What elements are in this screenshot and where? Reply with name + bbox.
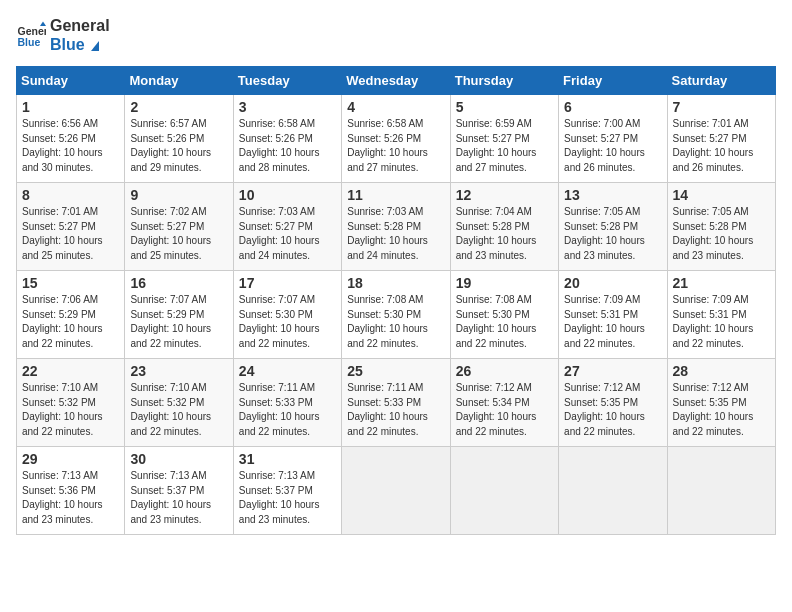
day-info: Sunrise: 7:11 AMSunset: 5:33 PMDaylight:…	[347, 381, 444, 439]
day-header-wednesday: Wednesday	[342, 67, 450, 95]
calendar-cell: 11Sunrise: 7:03 AMSunset: 5:28 PMDayligh…	[342, 183, 450, 271]
day-info: Sunrise: 7:02 AMSunset: 5:27 PMDaylight:…	[130, 205, 227, 263]
calendar-cell: 21Sunrise: 7:09 AMSunset: 5:31 PMDayligh…	[667, 271, 775, 359]
logo-icon: General Blue	[16, 20, 46, 50]
day-info: Sunrise: 6:59 AMSunset: 5:27 PMDaylight:…	[456, 117, 553, 175]
day-number: 27	[564, 363, 661, 379]
calendar-cell	[450, 447, 558, 535]
day-number: 22	[22, 363, 119, 379]
day-info: Sunrise: 6:56 AMSunset: 5:26 PMDaylight:…	[22, 117, 119, 175]
day-info: Sunrise: 7:08 AMSunset: 5:30 PMDaylight:…	[456, 293, 553, 351]
day-info: Sunrise: 7:07 AMSunset: 5:29 PMDaylight:…	[130, 293, 227, 351]
day-number: 1	[22, 99, 119, 115]
day-number: 4	[347, 99, 444, 115]
day-number: 24	[239, 363, 336, 379]
calendar-cell: 22Sunrise: 7:10 AMSunset: 5:32 PMDayligh…	[17, 359, 125, 447]
day-number: 8	[22, 187, 119, 203]
day-info: Sunrise: 7:09 AMSunset: 5:31 PMDaylight:…	[673, 293, 770, 351]
day-number: 19	[456, 275, 553, 291]
day-header-sunday: Sunday	[17, 67, 125, 95]
day-number: 30	[130, 451, 227, 467]
day-info: Sunrise: 7:11 AMSunset: 5:33 PMDaylight:…	[239, 381, 336, 439]
day-info: Sunrise: 6:58 AMSunset: 5:26 PMDaylight:…	[239, 117, 336, 175]
day-info: Sunrise: 7:00 AMSunset: 5:27 PMDaylight:…	[564, 117, 661, 175]
week-row-5: 29Sunrise: 7:13 AMSunset: 5:36 PMDayligh…	[17, 447, 776, 535]
calendar-cell: 26Sunrise: 7:12 AMSunset: 5:34 PMDayligh…	[450, 359, 558, 447]
logo-blue: Blue	[50, 35, 110, 54]
week-row-4: 22Sunrise: 7:10 AMSunset: 5:32 PMDayligh…	[17, 359, 776, 447]
day-info: Sunrise: 7:10 AMSunset: 5:32 PMDaylight:…	[130, 381, 227, 439]
svg-marker-2	[40, 22, 46, 27]
calendar-cell: 16Sunrise: 7:07 AMSunset: 5:29 PMDayligh…	[125, 271, 233, 359]
day-header-saturday: Saturday	[667, 67, 775, 95]
calendar-cell: 30Sunrise: 7:13 AMSunset: 5:37 PMDayligh…	[125, 447, 233, 535]
calendar-cell: 25Sunrise: 7:11 AMSunset: 5:33 PMDayligh…	[342, 359, 450, 447]
logo-general: General	[50, 16, 110, 35]
day-number: 16	[130, 275, 227, 291]
day-number: 12	[456, 187, 553, 203]
day-info: Sunrise: 7:03 AMSunset: 5:28 PMDaylight:…	[347, 205, 444, 263]
calendar-cell: 24Sunrise: 7:11 AMSunset: 5:33 PMDayligh…	[233, 359, 341, 447]
week-row-3: 15Sunrise: 7:06 AMSunset: 5:29 PMDayligh…	[17, 271, 776, 359]
calendar-cell: 19Sunrise: 7:08 AMSunset: 5:30 PMDayligh…	[450, 271, 558, 359]
day-info: Sunrise: 7:13 AMSunset: 5:36 PMDaylight:…	[22, 469, 119, 527]
calendar-cell: 1Sunrise: 6:56 AMSunset: 5:26 PMDaylight…	[17, 95, 125, 183]
page-header: General Blue General Blue	[16, 16, 776, 54]
day-number: 14	[673, 187, 770, 203]
day-number: 5	[456, 99, 553, 115]
day-number: 18	[347, 275, 444, 291]
day-number: 23	[130, 363, 227, 379]
day-number: 2	[130, 99, 227, 115]
calendar-cell: 28Sunrise: 7:12 AMSunset: 5:35 PMDayligh…	[667, 359, 775, 447]
day-number: 13	[564, 187, 661, 203]
calendar-cell: 23Sunrise: 7:10 AMSunset: 5:32 PMDayligh…	[125, 359, 233, 447]
calendar-cell: 6Sunrise: 7:00 AMSunset: 5:27 PMDaylight…	[559, 95, 667, 183]
day-info: Sunrise: 7:12 AMSunset: 5:35 PMDaylight:…	[564, 381, 661, 439]
day-info: Sunrise: 7:06 AMSunset: 5:29 PMDaylight:…	[22, 293, 119, 351]
calendar-cell: 20Sunrise: 7:09 AMSunset: 5:31 PMDayligh…	[559, 271, 667, 359]
day-number: 28	[673, 363, 770, 379]
day-number: 9	[130, 187, 227, 203]
calendar-cell	[559, 447, 667, 535]
calendar-cell: 9Sunrise: 7:02 AMSunset: 5:27 PMDaylight…	[125, 183, 233, 271]
calendar-cell	[342, 447, 450, 535]
svg-text:Blue: Blue	[18, 36, 41, 48]
day-number: 15	[22, 275, 119, 291]
calendar-cell: 10Sunrise: 7:03 AMSunset: 5:27 PMDayligh…	[233, 183, 341, 271]
day-info: Sunrise: 7:09 AMSunset: 5:31 PMDaylight:…	[564, 293, 661, 351]
day-info: Sunrise: 7:07 AMSunset: 5:30 PMDaylight:…	[239, 293, 336, 351]
logo: General Blue General Blue	[16, 16, 110, 54]
day-number: 11	[347, 187, 444, 203]
header-row: SundayMondayTuesdayWednesdayThursdayFrid…	[17, 67, 776, 95]
week-row-1: 1Sunrise: 6:56 AMSunset: 5:26 PMDaylight…	[17, 95, 776, 183]
calendar-cell: 29Sunrise: 7:13 AMSunset: 5:36 PMDayligh…	[17, 447, 125, 535]
calendar-cell: 2Sunrise: 6:57 AMSunset: 5:26 PMDaylight…	[125, 95, 233, 183]
calendar-cell: 4Sunrise: 6:58 AMSunset: 5:26 PMDaylight…	[342, 95, 450, 183]
day-header-tuesday: Tuesday	[233, 67, 341, 95]
day-info: Sunrise: 7:13 AMSunset: 5:37 PMDaylight:…	[130, 469, 227, 527]
day-info: Sunrise: 7:12 AMSunset: 5:35 PMDaylight:…	[673, 381, 770, 439]
day-header-thursday: Thursday	[450, 67, 558, 95]
day-info: Sunrise: 7:13 AMSunset: 5:37 PMDaylight:…	[239, 469, 336, 527]
day-number: 20	[564, 275, 661, 291]
day-number: 31	[239, 451, 336, 467]
calendar-cell: 15Sunrise: 7:06 AMSunset: 5:29 PMDayligh…	[17, 271, 125, 359]
calendar-cell: 12Sunrise: 7:04 AMSunset: 5:28 PMDayligh…	[450, 183, 558, 271]
day-number: 6	[564, 99, 661, 115]
day-info: Sunrise: 7:03 AMSunset: 5:27 PMDaylight:…	[239, 205, 336, 263]
calendar-cell: 17Sunrise: 7:07 AMSunset: 5:30 PMDayligh…	[233, 271, 341, 359]
calendar-cell: 14Sunrise: 7:05 AMSunset: 5:28 PMDayligh…	[667, 183, 775, 271]
calendar-cell: 5Sunrise: 6:59 AMSunset: 5:27 PMDaylight…	[450, 95, 558, 183]
calendar-cell: 13Sunrise: 7:05 AMSunset: 5:28 PMDayligh…	[559, 183, 667, 271]
day-info: Sunrise: 7:12 AMSunset: 5:34 PMDaylight:…	[456, 381, 553, 439]
calendar-cell: 18Sunrise: 7:08 AMSunset: 5:30 PMDayligh…	[342, 271, 450, 359]
day-info: Sunrise: 7:05 AMSunset: 5:28 PMDaylight:…	[564, 205, 661, 263]
day-number: 10	[239, 187, 336, 203]
calendar-cell: 3Sunrise: 6:58 AMSunset: 5:26 PMDaylight…	[233, 95, 341, 183]
calendar-cell: 7Sunrise: 7:01 AMSunset: 5:27 PMDaylight…	[667, 95, 775, 183]
day-info: Sunrise: 7:05 AMSunset: 5:28 PMDaylight:…	[673, 205, 770, 263]
calendar-table: SundayMondayTuesdayWednesdayThursdayFrid…	[16, 66, 776, 535]
day-number: 25	[347, 363, 444, 379]
day-number: 29	[22, 451, 119, 467]
calendar-cell: 27Sunrise: 7:12 AMSunset: 5:35 PMDayligh…	[559, 359, 667, 447]
